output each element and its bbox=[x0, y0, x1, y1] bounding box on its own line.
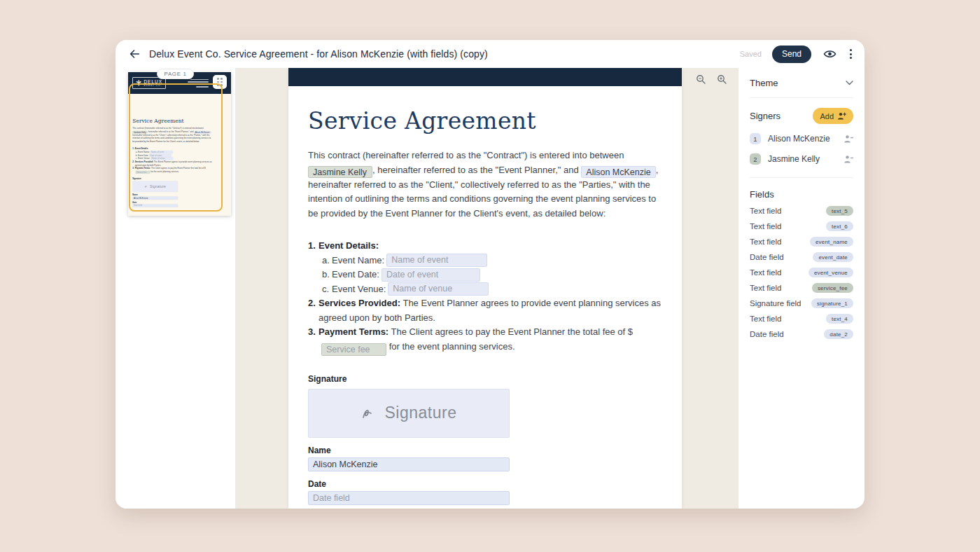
field-tag-badge: text_5 bbox=[826, 206, 853, 216]
service-fee-input[interactable]: Service fee bbox=[321, 343, 386, 356]
event-name-row: a. Event Name: Name of event bbox=[318, 254, 661, 268]
mini-doc-title: Service Agreement bbox=[132, 118, 211, 124]
client-name-field[interactable]: Alison McKenzie bbox=[581, 166, 655, 178]
pages-panel: PAGE 1 ✻ DELUX EVENT CO. bbox=[115, 68, 236, 509]
field-row[interactable]: Date field date_2 bbox=[750, 330, 853, 338]
field-tag-badge: text_6 bbox=[826, 221, 853, 231]
list-item-event-details: 1. Event Details: a. Event Name: Name of… bbox=[308, 239, 661, 296]
field-tag-badge: service_fee bbox=[812, 283, 853, 293]
field-row[interactable]: Text field text_5 bbox=[750, 207, 853, 215]
name-label: Name bbox=[308, 446, 661, 455]
event-venue-row: c. Event Venue: Name of venue bbox=[318, 282, 661, 297]
settings-sidebar: Theme Signers Add 1 Alison M bbox=[738, 68, 864, 509]
field-tag-badge: signature_1 bbox=[811, 298, 853, 308]
zoom-out-icon bbox=[696, 74, 706, 85]
kebab-icon bbox=[850, 49, 852, 51]
field-row[interactable]: Text field text_4 bbox=[750, 315, 853, 323]
preview-button[interactable] bbox=[822, 48, 838, 60]
field-row[interactable]: Text field event_name bbox=[750, 237, 853, 246]
field-row[interactable]: Signature field signature_1 bbox=[750, 299, 853, 308]
list-item-services: 2. Services Provided: The Event Planner … bbox=[308, 296, 661, 325]
page-thumbnail[interactable]: ✻ DELUX EVENT CO. Servic bbox=[128, 72, 231, 216]
event-date-row: b. Event Date: Date of event bbox=[318, 268, 661, 282]
add-signer-button[interactable]: Add bbox=[813, 108, 853, 124]
back-button[interactable] bbox=[125, 45, 144, 63]
theme-section-toggle[interactable]: Theme bbox=[750, 68, 853, 98]
back-arrow-icon bbox=[128, 48, 141, 60]
page-header-band bbox=[288, 68, 682, 86]
intro-paragraph: This contract (hereinafter referred to a… bbox=[308, 149, 661, 221]
signer-order-badge: 2 bbox=[750, 153, 761, 165]
page-number-label: PAGE 1 bbox=[157, 69, 195, 79]
field-row[interactable]: Text field event_venue bbox=[750, 268, 853, 277]
send-button[interactable]: Send bbox=[772, 46, 811, 63]
date-label: Date bbox=[308, 479, 661, 489]
planner-name-field[interactable]: Jasmine Kelly bbox=[308, 166, 372, 178]
field-tag-badge: event_name bbox=[810, 237, 853, 247]
top-bar: Delux Event Co. Service Agreement - for … bbox=[115, 40, 864, 68]
zoom-controls bbox=[694, 73, 729, 86]
zoom-in-icon bbox=[717, 74, 727, 85]
event-venue-input[interactable]: Name of venue bbox=[388, 282, 489, 296]
logo-flower-icon: ✻ bbox=[136, 80, 141, 87]
event-name-input[interactable]: Name of event bbox=[386, 254, 487, 267]
terms-list: 1. Event Details: a. Event Name: Name of… bbox=[308, 239, 661, 356]
person-plus-icon bbox=[837, 112, 846, 120]
document-page: Service Agreement This contract (hereina… bbox=[288, 68, 682, 509]
signature-section-label: Signature bbox=[308, 374, 661, 384]
zoom-in-button[interactable] bbox=[715, 73, 729, 86]
doc-heading: Service Agreement bbox=[308, 107, 661, 135]
list-item-payment: 3. Payment Terms: The Client agrees to p… bbox=[308, 325, 661, 356]
field-row[interactable]: Date field event_date bbox=[750, 253, 853, 261]
person-minus-icon[interactable] bbox=[844, 155, 853, 163]
zoom-out-button[interactable] bbox=[694, 73, 708, 86]
drag-handle-icon[interactable] bbox=[213, 75, 227, 89]
eye-icon bbox=[823, 49, 836, 59]
field-tag-badge: event_date bbox=[813, 252, 853, 262]
field-tag-badge: event_venue bbox=[808, 268, 853, 277]
field-row[interactable]: Text field service_fee bbox=[750, 284, 853, 292]
field-tag-badge: date_2 bbox=[824, 329, 853, 339]
signature-input[interactable]: Signature bbox=[308, 389, 510, 438]
signer-order-badge: 1 bbox=[750, 133, 761, 144]
name-input[interactable]: Alison McKenzie bbox=[308, 457, 510, 471]
date-input[interactable]: Date field bbox=[308, 491, 510, 505]
section-divider bbox=[750, 177, 853, 178]
saved-status: Saved bbox=[740, 50, 762, 58]
document-title: Delux Event Co. Service Agreement - for … bbox=[149, 48, 488, 60]
mini-intro: This contract (hereinafter referred to a… bbox=[132, 127, 211, 143]
document-viewport: Service Agreement This contract (hereina… bbox=[236, 68, 738, 509]
signers-title: Signers bbox=[750, 111, 780, 121]
signer-row[interactable]: 1 Alison McKenzie bbox=[750, 133, 853, 144]
signer-row[interactable]: 2 Jasmine Kelly bbox=[750, 153, 853, 165]
fields-title: Fields bbox=[750, 189, 853, 200]
event-date-input[interactable]: Date of event bbox=[382, 268, 480, 282]
app-window: Delux Event Co. Service Agreement - for … bbox=[115, 40, 864, 509]
signature-squiggle-icon bbox=[361, 407, 378, 420]
chevron-down-icon bbox=[846, 81, 853, 85]
field-row[interactable]: Text field text_6 bbox=[750, 222, 853, 230]
letterhead-address-lines bbox=[188, 79, 209, 88]
more-menu-button[interactable] bbox=[848, 48, 853, 60]
person-minus-icon[interactable] bbox=[844, 134, 853, 143]
thumbnail-preview: Service Agreement This contract (hereina… bbox=[128, 94, 231, 216]
field-tag-badge: text_4 bbox=[826, 314, 853, 324]
